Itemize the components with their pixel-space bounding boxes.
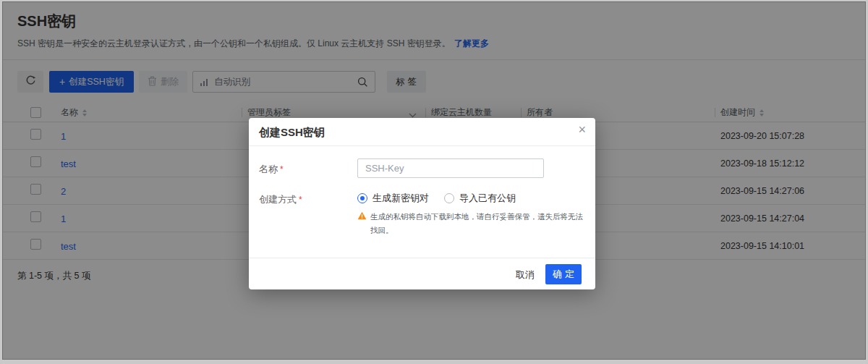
- radio-import-public-key[interactable]: [444, 193, 454, 203]
- name-label-text: 名称: [259, 164, 278, 174]
- radio-generate-label: 生成新密钥对: [373, 192, 429, 205]
- warning-icon: [357, 211, 367, 220]
- radio-generate-new-keypair[interactable]: [357, 193, 367, 203]
- modal-title: 创建SSH密钥: [259, 126, 325, 140]
- method-field-label: 创建方式*: [259, 193, 302, 206]
- required-mark: *: [299, 195, 302, 205]
- modal-header: 创建SSH密钥 ×: [249, 118, 595, 146]
- radio-import-label: 导入已有公钥: [459, 192, 516, 205]
- method-label-text: 创建方式: [259, 194, 297, 205]
- modal-footer: 取消 确定: [249, 258, 595, 289]
- creation-method-radio-group: 生成新密钥对 导入已有公钥: [357, 192, 516, 205]
- required-mark: *: [280, 164, 284, 174]
- key-name-input[interactable]: [357, 158, 544, 178]
- ssh-key-console-screen: SSH密钥 SSH 密钥是一种安全的云主机登录认证方式，由一个公钥和一个私钥组成…: [0, 0, 868, 364]
- name-field-label: 名称*: [259, 163, 284, 176]
- cancel-button[interactable]: 取消: [516, 268, 535, 282]
- confirm-button[interactable]: 确定: [545, 264, 582, 284]
- close-icon[interactable]: ×: [578, 123, 586, 136]
- create-ssh-key-modal: 创建SSH密钥 × 名称* 创建方式* 生成新密钥对 导入已有公钥 生成的私钥将…: [249, 118, 595, 289]
- private-key-warning: 生成的私钥将自动下载到本地，请自行妥善保管，遗失后将无法找回。: [357, 210, 586, 237]
- warning-text: 生成的私钥将自动下载到本地，请自行妥善保管，遗失后将无法找回。: [357, 210, 586, 237]
